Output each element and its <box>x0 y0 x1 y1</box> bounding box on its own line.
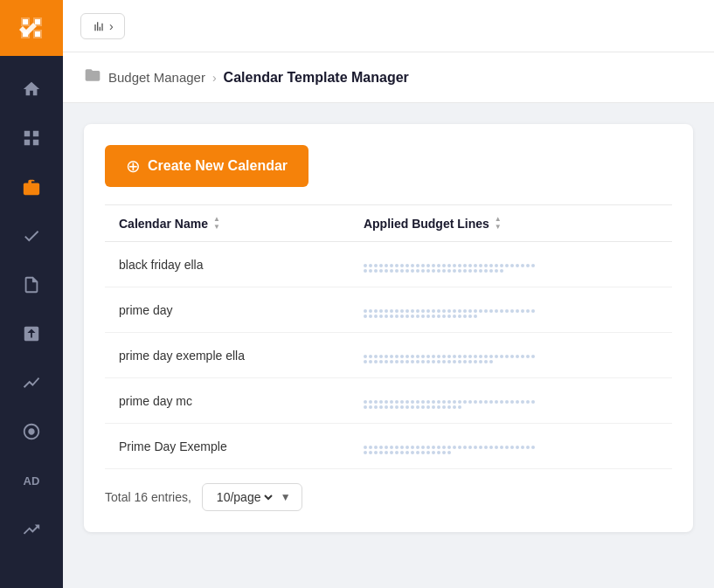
budget-dot <box>369 360 372 363</box>
budget-dot <box>426 405 430 409</box>
table-row[interactable]: Prime Day Exemple <box>105 424 672 469</box>
budget-dot <box>379 405 383 409</box>
budget-dot <box>479 400 482 404</box>
budget-dot <box>369 269 372 273</box>
budget-dot <box>411 446 414 449</box>
budget-dot <box>521 400 524 404</box>
budget-dot <box>364 355 367 358</box>
sidebar-item-dashboard[interactable] <box>0 115 63 161</box>
budget-dot <box>400 309 404 313</box>
th-calendar-name-label: Calendar Name <box>119 217 208 231</box>
logo-icon <box>17 14 45 42</box>
budget-dot <box>510 355 514 358</box>
sort-icon-calendar-name[interactable]: ▲ ▼ <box>213 216 220 231</box>
budget-dot <box>516 264 519 267</box>
table-header-row: Calendar Name ▲ ▼ Appl <box>105 205 672 242</box>
budget-dot <box>400 405 404 409</box>
budget-dot <box>374 315 378 318</box>
td-budget-lines <box>350 242 672 287</box>
budget-dot <box>453 400 456 404</box>
budget-dot <box>385 355 388 358</box>
sidebar-item-budget[interactable] <box>0 164 63 210</box>
sidebar-item-analytics[interactable] <box>0 360 63 405</box>
budget-dot <box>385 400 388 404</box>
budget-dot <box>442 400 446 404</box>
budget-dot <box>395 355 399 358</box>
budget-dot <box>489 400 493 404</box>
budget-dot <box>453 405 456 409</box>
breadcrumb-parent[interactable]: Budget Manager <box>108 70 205 85</box>
budget-dot <box>463 355 467 358</box>
table-row[interactable]: prime day exemple ella <box>105 333 672 378</box>
budget-dot <box>468 309 472 313</box>
sidebar-item-checklist[interactable] <box>0 213 63 259</box>
budget-dot <box>421 446 425 449</box>
budget-dot <box>400 269 404 273</box>
budget-dot <box>453 355 456 358</box>
budget-dot <box>500 446 503 449</box>
chevron-down-icon: ▼ <box>281 491 291 503</box>
budget-dot <box>385 451 388 454</box>
budget-dot <box>489 309 493 313</box>
budget-dot <box>426 451 430 454</box>
budget-dot <box>421 400 425 404</box>
budget-dot <box>495 355 498 358</box>
budget-dot <box>447 400 451 404</box>
calendar-table-container: Calendar Name ▲ ▼ Appl <box>105 204 672 469</box>
linechart-icon <box>22 373 41 392</box>
budget-dot <box>468 269 472 273</box>
budget-dot <box>421 451 425 454</box>
budget-dot <box>390 451 393 454</box>
budget-dot <box>437 355 440 358</box>
budget-dot <box>458 355 461 358</box>
budget-dot <box>521 355 524 358</box>
plus-icon: ⊕ <box>126 156 141 176</box>
budget-dot <box>416 269 419 273</box>
budget-dot <box>521 446 524 449</box>
budget-dot <box>390 269 393 273</box>
budget-dot <box>442 355 446 358</box>
budget-dot <box>505 355 509 358</box>
budget-dot <box>516 446 519 449</box>
budget-dot <box>516 355 519 358</box>
budget-dot <box>379 269 383 273</box>
budget-dot <box>458 309 461 313</box>
create-calendar-button[interactable]: ⊕ Create New Calendar <box>105 145 308 187</box>
sidebar-item-target[interactable] <box>0 409 63 454</box>
bag-icon <box>22 177 41 197</box>
budget-dots <box>364 264 538 273</box>
breadcrumb-folder-icon <box>84 66 101 88</box>
budget-dot <box>442 451 446 454</box>
sidebar-item-growth[interactable] <box>0 507 63 552</box>
sidebar-item-reports[interactable] <box>0 311 63 356</box>
budget-dot <box>395 360 399 363</box>
budget-dot <box>379 309 383 313</box>
budget-dot <box>468 360 472 363</box>
sort-icon-budget-lines[interactable]: ▲ ▼ <box>495 216 502 231</box>
per-page-select[interactable]: 10/page 20/page 50/page ▼ <box>202 483 302 511</box>
budget-dot <box>447 360 451 363</box>
budget-dot <box>442 405 446 409</box>
budget-dot <box>416 309 419 313</box>
budget-dot <box>442 264 446 267</box>
table-row[interactable]: black friday ella <box>105 242 672 287</box>
table-row[interactable]: prime day <box>105 287 672 333</box>
budget-dot <box>416 360 419 363</box>
budget-dot <box>495 400 498 404</box>
budget-dot <box>442 446 446 449</box>
topbar-nav-button[interactable]: › <box>80 13 125 39</box>
budget-dot <box>369 446 372 449</box>
budget-dot <box>526 400 530 404</box>
budget-dot <box>411 405 414 409</box>
sidebar-item-document[interactable] <box>0 262 63 308</box>
sidebar-item-ad[interactable]: AD <box>0 458 63 503</box>
budget-dot <box>468 315 472 318</box>
per-page-dropdown[interactable]: 10/page 20/page 50/page <box>213 489 275 505</box>
budget-dot <box>395 451 399 454</box>
budget-dot <box>406 400 409 404</box>
budget-dot <box>406 309 409 313</box>
budget-dot <box>500 269 503 273</box>
budget-dot <box>484 355 488 358</box>
sidebar-item-home[interactable] <box>0 66 63 112</box>
table-row[interactable]: prime day mc <box>105 378 672 424</box>
